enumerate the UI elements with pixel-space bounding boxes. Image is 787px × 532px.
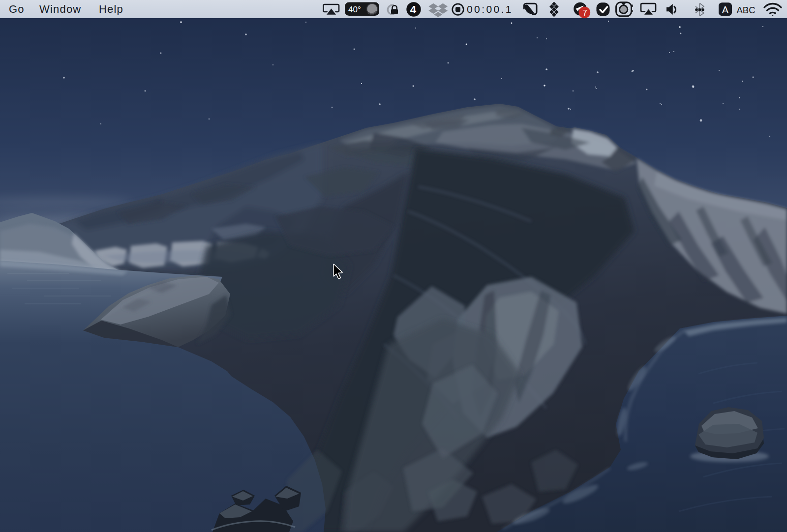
svg-text:Help: Help [99,3,123,15]
svg-text:00:00.1: 00:00.1 [467,3,513,15]
svg-text:40°: 40° [348,5,361,14]
svg-text:ABC: ABC [737,5,756,15]
svg-text:Window: Window [39,3,81,15]
svg-text:A: A [722,4,729,15]
svg-text:4: 4 [410,3,417,16]
svg-text:Go: Go [9,3,25,15]
svg-text:7: 7 [582,8,587,18]
